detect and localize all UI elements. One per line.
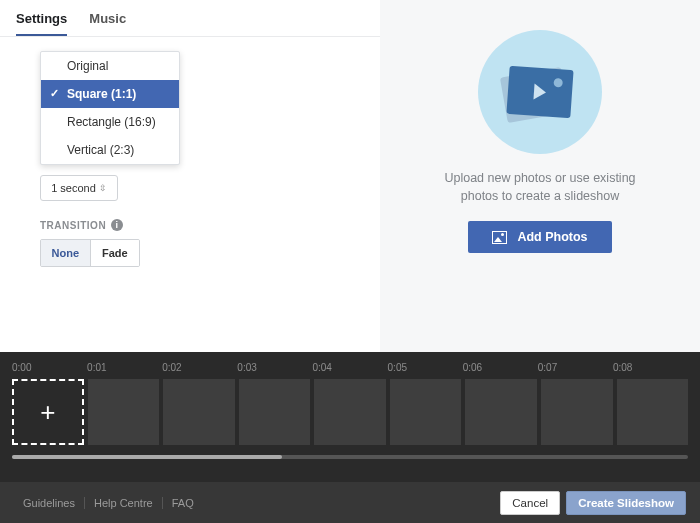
aspect-option-square[interactable]: Square (1:1) (41, 80, 179, 108)
add-photos-label: Add Photos (517, 230, 587, 244)
cancel-button[interactable]: Cancel (500, 491, 560, 515)
transition-segmented: None Fade (40, 239, 140, 267)
aspect-option-rectangle[interactable]: Rectangle (16:9) (41, 108, 179, 136)
tick: 0:04 (312, 362, 387, 373)
timeline-frame[interactable] (541, 379, 613, 445)
timeline-frame[interactable] (239, 379, 311, 445)
tick: 0:07 (538, 362, 613, 373)
create-slideshow-button[interactable]: Create Slideshow (566, 491, 686, 515)
link-guidelines[interactable]: Guidelines (14, 497, 84, 509)
tick: 0:01 (87, 362, 162, 373)
aspect-ratio-dropdown[interactable]: Original Square (1:1) Rectangle (16:9) V… (40, 51, 180, 165)
aspect-option-vertical[interactable]: Vertical (2:3) (41, 136, 179, 164)
timeline: 0:00 0:01 0:02 0:03 0:04 0:05 0:06 0:07 … (0, 352, 700, 482)
tick: 0:03 (237, 362, 312, 373)
image-icon (492, 231, 507, 244)
tick: 0:00 (12, 362, 87, 373)
tab-music[interactable]: Music (89, 11, 126, 36)
transition-none-button[interactable]: None (41, 240, 90, 266)
timeline-ruler: 0:00 0:01 0:02 0:03 0:04 0:05 0:06 0:07 … (12, 362, 688, 373)
add-photos-button[interactable]: Add Photos (468, 221, 611, 253)
tab-bar: Settings Music (0, 0, 380, 37)
link-help-centre[interactable]: Help Centre (84, 497, 162, 509)
add-frame-button[interactable]: + (12, 379, 84, 445)
transition-fade-button[interactable]: Fade (90, 240, 140, 266)
footer-buttons: Cancel Create Slideshow (500, 491, 686, 515)
duration-select[interactable]: 1 second (40, 175, 118, 201)
transition-label: TRANSITION i (40, 219, 380, 231)
tick: 0:02 (162, 362, 237, 373)
aspect-option-original[interactable]: Original (41, 52, 179, 80)
timeline-scrollbar[interactable] (12, 455, 688, 459)
timeline-frame[interactable] (390, 379, 462, 445)
footer-links: Guidelines Help Centre FAQ (14, 497, 203, 509)
tick: 0:08 (613, 362, 688, 373)
tab-settings[interactable]: Settings (16, 11, 67, 36)
upload-hint-text: Upload new photos or use existing photos… (430, 170, 650, 205)
timeline-frame[interactable] (617, 379, 689, 445)
upload-pane: Upload new photos or use existing photos… (380, 0, 700, 352)
tick: 0:06 (463, 362, 538, 373)
settings-pane: Settings Music Original Square (1:1) Rec… (0, 0, 380, 352)
footer: Guidelines Help Centre FAQ Cancel Create… (0, 482, 700, 523)
timeline-frame[interactable] (88, 379, 160, 445)
slideshow-illustration (478, 30, 602, 154)
info-icon[interactable]: i (111, 219, 123, 231)
timeline-frame[interactable] (314, 379, 386, 445)
timeline-frame[interactable] (163, 379, 235, 445)
timeline-frame[interactable] (465, 379, 537, 445)
tick: 0:05 (388, 362, 463, 373)
play-icon (533, 84, 546, 101)
scrollbar-thumb[interactable] (12, 455, 282, 459)
link-faq[interactable]: FAQ (162, 497, 203, 509)
timeline-frames: + (12, 379, 688, 445)
transition-label-text: TRANSITION (40, 220, 106, 231)
